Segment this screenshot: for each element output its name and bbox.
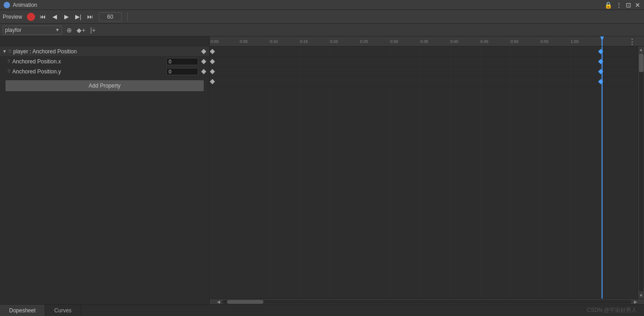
keyframe-y-start [210, 79, 215, 84]
close-icon[interactable]: ✕ [635, 1, 640, 9]
property-group-header: ▼ ⠿ player : Anchored Position [0, 47, 209, 57]
right-scrollbar: ▲ ▼ [638, 47, 644, 299]
track-row-root [210, 47, 638, 57]
frame-input[interactable] [99, 12, 122, 21]
next-frame-button[interactable]: ▶| [73, 12, 83, 22]
prop-keyframe-y-btn[interactable] [200, 68, 207, 75]
window-title: Animation [13, 2, 37, 8]
animation-dropdown[interactable]: playfor ▼ [3, 26, 62, 35]
title-bar-controls: 🔒 ⋮ ⊡ ✕ [604, 0, 640, 10]
h-scroll-track [222, 300, 631, 304]
horizontal-scrollbar: ◀ ▶ [210, 299, 644, 304]
root-track-row [0, 36, 209, 47]
tab-dopesheet[interactable]: Dopesheet [0, 305, 45, 316]
title-bar: Animation 🔒 ⋮ ⊡ ✕ [0, 0, 644, 10]
playhead-line [602, 36, 603, 46]
property-group-name: player : Anchored Position [13, 48, 198, 55]
ruler-mark-1: 0:05 [240, 39, 248, 44]
scroll-thumb[interactable] [639, 54, 644, 72]
drag-handle-y-icon: ⠿ [7, 69, 10, 74]
play-button[interactable]: ▶ [62, 12, 72, 22]
record-button[interactable] [27, 13, 35, 21]
prop-row-y: ⠿ Anchored Position.y [0, 67, 209, 77]
prop-value-x[interactable] [166, 58, 198, 65]
keyframe-root-start [210, 49, 215, 54]
drag-handle-x-icon: ⠿ [7, 59, 10, 64]
to-end-button[interactable]: ⏭ [85, 12, 95, 22]
ruler-mark-11: 0:55 [541, 39, 549, 44]
ruler-mark-7: 0:35 [420, 39, 428, 44]
track-row-group [210, 57, 638, 67]
keyframe-group-end [598, 59, 603, 64]
ruler-mark-6: 0:30 [390, 39, 398, 44]
ruler-mark-12: 1:00 [571, 39, 579, 44]
title-bar-left: Animation [4, 2, 37, 8]
ruler-mark-3: 0:15 [300, 39, 308, 44]
dopesheet-tab-label: Dopesheet [9, 307, 36, 314]
restore-icon[interactable]: ⊡ [626, 1, 631, 9]
keyframe-y-end [598, 79, 603, 84]
track-row-x [210, 67, 638, 77]
add-keyframe-icon[interactable]: ◆+ [77, 26, 86, 35]
scroll-up-btn[interactable]: ▲ [638, 47, 644, 53]
ruler-mark-0: 0:00 [211, 39, 219, 44]
keyframe-x-end [598, 69, 603, 74]
ruler-mark-5: 0:25 [360, 39, 368, 44]
animation-icon [4, 2, 10, 8]
keyframe-x-start [210, 69, 215, 74]
preview-label: Preview [3, 14, 22, 20]
prop-value-y[interactable] [166, 68, 198, 75]
prop-diamond-y-icon [201, 69, 206, 74]
toolbar2: playfor ▼ ⊕ ◆+ |+ [0, 24, 644, 36]
more-icon[interactable]: ⋮ [616, 1, 622, 9]
add-property-button[interactable]: Add Property [5, 80, 204, 91]
prop-diamond-x-icon [201, 59, 206, 64]
ruler-mark-4: 0:20 [330, 39, 338, 44]
ruler-mark-8: 0:40 [450, 39, 459, 44]
add-event-icon[interactable]: |+ [88, 26, 98, 35]
track-row-y [210, 77, 638, 87]
prop-name-y: Anchored Position.y [12, 68, 166, 75]
time-ruler: 0:00 0:05 0:10 0:15 0:20 0:25 0:30 0:35 … [210, 36, 644, 47]
ruler-mark-2: 0:10 [270, 39, 278, 44]
h-scroll-thumb[interactable] [227, 300, 263, 304]
timeline-more-options[interactable]: ⋮ [629, 37, 636, 46]
expand-icon[interactable]: ▼ [2, 49, 7, 54]
prop-name-x: Anchored Position.x [12, 58, 166, 65]
drag-handle-icon: ⠿ [8, 49, 11, 54]
ruler-mark-10: 0:50 [510, 39, 519, 44]
keyframe-root-end [598, 49, 603, 54]
watermark: CSDN @宇宙好男人 [587, 306, 637, 314]
lock-icon[interactable]: 🔒 [604, 1, 612, 9]
prev-frame-button[interactable]: ◀ [50, 12, 60, 22]
group-diamond-icon [201, 49, 206, 54]
scroll-right-btn[interactable]: ▶ [632, 300, 639, 304]
ruler-mark-9: 0:45 [480, 39, 489, 44]
prop-keyframe-x-btn[interactable] [200, 58, 207, 65]
target-icon[interactable]: ⊕ [65, 26, 74, 35]
timeline-tracks [210, 47, 638, 299]
keyframe-group-start [210, 59, 215, 64]
scroll-left-btn[interactable]: ◀ [215, 300, 222, 304]
prop-row-x: ⠿ Anchored Position.x [0, 57, 209, 67]
dropdown-arrow-icon: ▼ [55, 27, 60, 32]
scroll-down-btn[interactable]: ▼ [638, 292, 644, 299]
scroll-track [639, 54, 644, 291]
to-start-button[interactable]: ⏮ [38, 12, 48, 22]
curves-tab-label: Curves [54, 307, 72, 314]
group-keyframe-btn[interactable] [200, 48, 207, 55]
tab-curves[interactable]: Curves [45, 305, 81, 316]
bottom-tabs: Dopesheet Curves CSDN @宇宙好男人 [0, 304, 644, 316]
separator [127, 12, 128, 21]
left-panel: ▼ ⠿ player : Anchored Position ⠿ Anchore… [0, 36, 210, 304]
animation-dropdown-value: playfor [5, 27, 21, 33]
toolbar: Preview ⏮ ◀ ▶ ▶| ⏭ [0, 10, 644, 24]
